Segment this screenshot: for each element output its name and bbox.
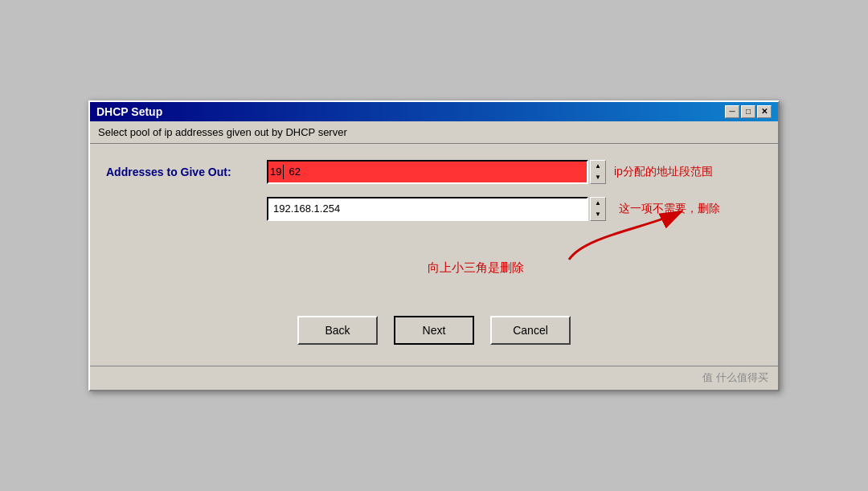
spin-up-1[interactable]: ▲ xyxy=(591,161,605,172)
restore-button[interactable]: □ xyxy=(741,105,755,118)
watermark: 值 什么值得买 xyxy=(702,370,768,385)
annotation-1: ip分配的地址段范围 xyxy=(614,165,713,179)
spin-down-1[interactable]: ▼ xyxy=(591,172,605,183)
close-button[interactable]: ✕ xyxy=(757,105,772,118)
cancel-button[interactable]: Cancel xyxy=(490,316,571,345)
addresses-label: Addresses to Give Out: xyxy=(106,166,267,178)
address-row-1: Addresses to Give Out: 19 62 ▲ ▼ ip分配的地址… xyxy=(106,160,762,184)
minimize-button[interactable]: ─ xyxy=(725,105,739,118)
dialog-body: Addresses to Give Out: 19 62 ▲ ▼ ip分配的地址… xyxy=(90,144,778,366)
subtitle-bar: Select pool of ip addresses given out by… xyxy=(90,121,778,144)
dialog-title: DHCP Setup xyxy=(96,105,162,118)
subtitle-text: Select pool of ip addresses given out by… xyxy=(98,126,347,138)
dialog-window: DHCP Setup ─ □ ✕ Select pool of ip addre… xyxy=(88,100,780,391)
back-button[interactable]: Back xyxy=(297,316,378,345)
button-row: Back Next Cancel xyxy=(106,316,762,353)
spinner-1[interactable]: ▲ ▼ xyxy=(590,160,606,184)
title-bar: DHCP Setup ─ □ ✕ xyxy=(90,102,778,121)
arrow-area: 向上小三角是删除 xyxy=(267,227,762,300)
bottom-bar: 值 什么值得买 xyxy=(90,366,778,390)
annotation-3: 向上小三角是删除 xyxy=(428,260,524,276)
title-bar-buttons: ─ □ ✕ xyxy=(725,105,772,118)
ip-input-1[interactable] xyxy=(267,160,588,184)
arrow-svg xyxy=(521,203,698,268)
next-button[interactable]: Next xyxy=(394,316,474,345)
